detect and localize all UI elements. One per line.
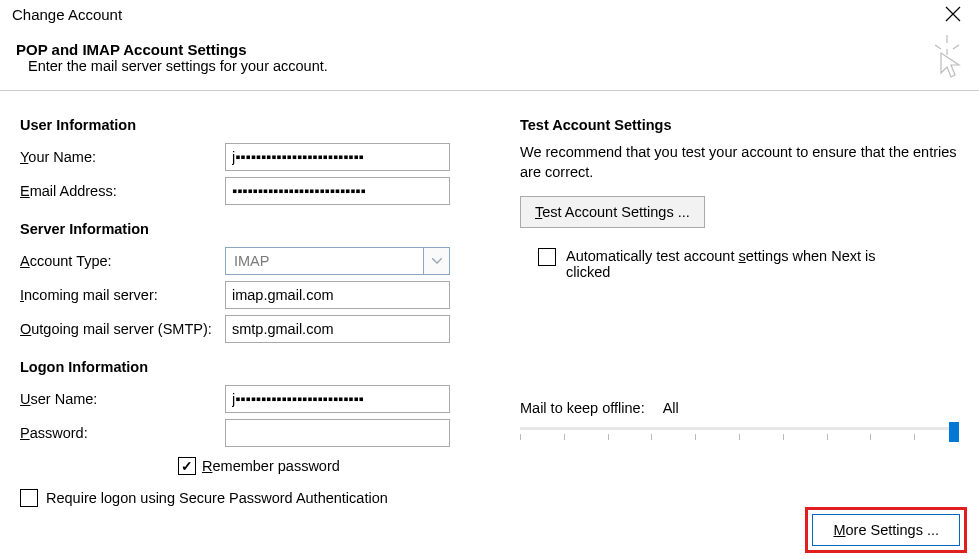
outgoing-server-input[interactable] xyxy=(225,315,450,343)
chevron-down-icon xyxy=(432,258,442,264)
page-description: Enter the mail server settings for your … xyxy=(28,58,963,74)
more-settings-button[interactable]: More Settings ... xyxy=(812,514,960,546)
slider-track-line xyxy=(520,427,959,430)
auto-test-checkbox[interactable] xyxy=(538,248,556,266)
email-label: Email Address: xyxy=(20,183,225,199)
slider-ticks xyxy=(520,434,959,440)
user-name-input[interactable] xyxy=(225,385,450,413)
spa-label: Require logon using Secure Password Auth… xyxy=(46,490,388,506)
page-subtitle: POP and IMAP Account Settings xyxy=(16,41,963,58)
mail-keep-slider[interactable] xyxy=(520,424,959,448)
test-settings-description: We recommend that you test your account … xyxy=(520,143,959,182)
more-settings-highlight: More Settings ... xyxy=(805,507,967,553)
spa-checkbox[interactable] xyxy=(20,489,38,507)
remember-password-label: Remember password xyxy=(202,458,340,474)
test-account-settings-button[interactable]: Test Account Settings ... xyxy=(520,196,705,228)
incoming-server-label: Incoming mail server: xyxy=(20,287,225,303)
account-type-dropdown-button[interactable] xyxy=(424,247,450,275)
window-title: Change Account xyxy=(12,6,122,23)
your-name-input[interactable] xyxy=(225,143,450,171)
subheader: POP and IMAP Account Settings Enter the … xyxy=(0,23,979,80)
mail-keep-label: Mail to keep offline: xyxy=(520,400,645,416)
account-type-label: Account Type: xyxy=(20,253,225,269)
logon-info-heading: Logon Information xyxy=(20,359,460,375)
your-name-label: Your Name: xyxy=(20,149,225,165)
password-input[interactable] xyxy=(225,419,450,447)
close-button[interactable] xyxy=(937,6,969,22)
close-icon xyxy=(945,6,961,22)
account-type-value: IMAP xyxy=(225,247,424,275)
user-info-heading: User Information xyxy=(20,117,460,133)
server-info-heading: Server Information xyxy=(20,221,460,237)
email-input[interactable] xyxy=(225,177,450,205)
outgoing-server-label: Outgoing mail server (SMTP): xyxy=(20,321,225,337)
incoming-server-input[interactable] xyxy=(225,281,450,309)
mail-keep-value: All xyxy=(663,400,679,416)
auto-test-label: Automatically test account settings when… xyxy=(566,248,916,280)
remember-password-checkbox[interactable] xyxy=(178,457,196,475)
cursor-click-icon xyxy=(929,35,965,79)
slider-thumb[interactable] xyxy=(949,422,959,442)
account-type-select[interactable]: IMAP xyxy=(225,247,450,275)
test-settings-heading: Test Account Settings xyxy=(520,117,959,133)
user-name-label: User Name: xyxy=(20,391,225,407)
password-label: Password: xyxy=(20,425,225,441)
